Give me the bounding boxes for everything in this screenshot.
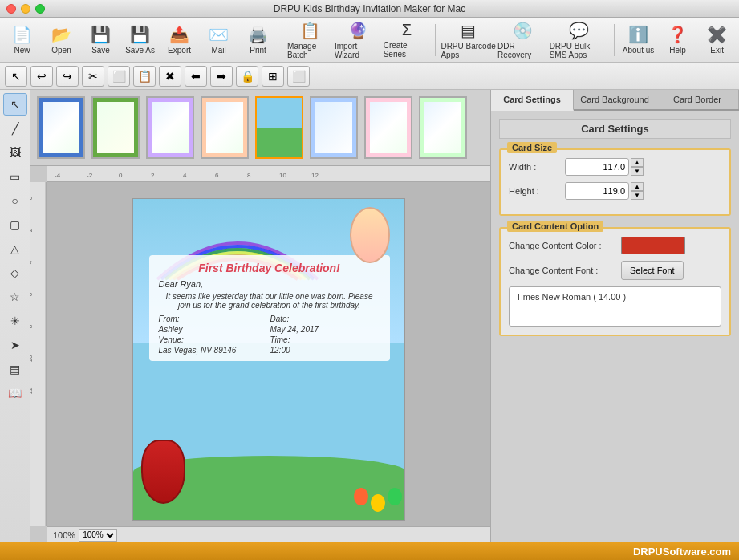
baby-character <box>350 207 390 263</box>
open-button[interactable]: 📂 Open <box>43 20 80 60</box>
template-4[interactable] <box>201 96 249 159</box>
select-tool-button[interactable]: ↖ <box>5 66 27 87</box>
move-front-icon: ➡ <box>217 70 226 83</box>
svg-text:4: 4 <box>30 260 34 264</box>
exit-button[interactable]: ✖️ Exit <box>698 20 736 60</box>
font-display: Times New Roman ( 14.00 ) <box>509 286 721 327</box>
svg-text:-2: -2 <box>87 172 93 179</box>
copy-button[interactable]: ⬜ <box>108 66 130 87</box>
move-back-button[interactable]: ⬅ <box>185 66 207 87</box>
asterisk-tool[interactable]: ✳ <box>3 310 27 332</box>
card-title: First Birthday Celebration! <box>159 262 380 274</box>
circle-tool[interactable]: ○ <box>3 189 27 212</box>
template-3[interactable] <box>146 96 194 159</box>
width-down-arrow[interactable]: ▼ <box>631 167 644 176</box>
tab-card-settings[interactable]: Card Settings <box>491 90 574 111</box>
delete-button[interactable]: ✖ <box>159 66 181 87</box>
width-input[interactable] <box>565 158 629 176</box>
card-preview: First Birthday Celebration! Dear Ryan, I… <box>132 198 405 521</box>
canvas-content[interactable]: First Birthday Celebration! Dear Ryan, I… <box>47 182 490 526</box>
print-button[interactable]: 🖨️ Print <box>239 20 277 60</box>
lock-button[interactable]: 🔒 <box>236 66 258 87</box>
save-button[interactable]: 💾 Save <box>82 20 120 60</box>
diamond-tool[interactable]: ◇ <box>3 262 27 284</box>
mail-label: Mail <box>211 46 225 55</box>
main-area: ↖ ╱ 🖼 ▭ ○ ▢ △ ◇ ☆ ✳ ➤ ▤ 📖 <box>0 90 739 542</box>
cut-button[interactable]: ✂ <box>82 66 104 87</box>
width-up-arrow[interactable]: ▲ <box>631 158 644 167</box>
bulk-sms-label: DRPU Bulk SMS Apps <box>550 42 609 59</box>
right-panel: Card Settings Card Background Card Borde… <box>490 90 739 542</box>
save-as-button[interactable]: 💾 Save As <box>121 20 159 60</box>
tab-card-border[interactable]: Card Border <box>656 90 739 109</box>
arrow-icon: ➤ <box>10 339 20 351</box>
rect-icon: ▭ <box>10 170 20 183</box>
title-bar: DRPU Kids Birthday Invitation Maker for … <box>0 0 739 18</box>
content-color-row: Change Content Color : <box>509 237 721 254</box>
import-wizard-label: Import Wizard <box>335 42 382 59</box>
move-back-icon: ⬅ <box>191 70 201 83</box>
manage-batch-button[interactable]: 📋 Manage Batch <box>287 20 333 60</box>
delete-icon: ✖ <box>165 70 175 83</box>
rounded-rect-icon: ▢ <box>10 218 20 231</box>
triangle-tool[interactable]: △ <box>3 237 27 260</box>
zoom-select[interactable]: 100% 75% 50% 150% 200% <box>79 529 117 542</box>
create-series-label: Create Series <box>384 41 431 59</box>
tab-card-background[interactable]: Card Background <box>574 90 656 109</box>
grid-button[interactable]: ⊞ <box>262 66 284 87</box>
redo-button[interactable]: ↪ <box>56 66 79 87</box>
minimize-button[interactable] <box>21 4 30 14</box>
paste-button[interactable]: 📋 <box>133 66 156 87</box>
pointer-icon: ↖ <box>10 98 20 111</box>
window-title: DRPU Kids Birthday Invitation Maker for … <box>274 3 465 14</box>
ddr-recovery-button[interactable]: 💿 DDR Recovery <box>497 20 548 60</box>
time-value: 12:00 <box>270 346 380 355</box>
triangle-icon: △ <box>10 242 19 255</box>
about-us-button[interactable]: ℹ️ About us <box>619 20 657 60</box>
image-icon: 🖼 <box>10 146 21 159</box>
export-button[interactable]: 📤 Export <box>160 20 198 60</box>
import-wizard-button[interactable]: 🔮 Import Wizard <box>335 20 382 60</box>
height-up-arrow[interactable]: ▲ <box>631 182 644 191</box>
template-strip <box>30 90 490 166</box>
help-button[interactable]: ❓ Help <box>659 20 696 60</box>
create-series-button[interactable]: Σ Create Series <box>384 20 431 60</box>
new-button[interactable]: 📄 New <box>3 20 41 60</box>
maximize-button[interactable] <box>35 4 45 14</box>
pointer-tool[interactable]: ↖ <box>3 93 27 116</box>
manage-batch-label: Manage Batch <box>287 42 333 59</box>
template-1[interactable] <box>37 96 85 159</box>
about-us-icon: ℹ️ <box>628 25 648 44</box>
bulk-sms-button[interactable]: 💬 DRPU Bulk SMS Apps <box>550 20 609 60</box>
undo-button[interactable]: ↩ <box>30 66 53 87</box>
template-7[interactable] <box>364 96 412 159</box>
template-2[interactable] <box>91 96 140 159</box>
select-icon: ↖ <box>11 70 21 83</box>
height-down-arrow[interactable]: ▼ <box>631 191 644 200</box>
height-input[interactable] <box>565 182 629 200</box>
bulk-sms-icon: 💬 <box>569 21 589 40</box>
arrow-tool[interactable]: ➤ <box>3 334 27 356</box>
rect-tool[interactable]: ▭ <box>3 165 27 188</box>
book-tool[interactable]: 📖 <box>3 382 27 404</box>
template-8[interactable] <box>419 96 467 159</box>
grid-icon: ⊞ <box>268 70 278 83</box>
rounded-rect-tool[interactable]: ▢ <box>3 213 27 236</box>
content-color-swatch[interactable] <box>621 237 685 254</box>
star-tool[interactable]: ☆ <box>3 286 27 308</box>
print-label: Print <box>250 46 266 55</box>
move-front-button[interactable]: ➡ <box>210 66 233 87</box>
barcode-apps-button[interactable]: ▤ DRPU Barcode Apps <box>441 20 496 60</box>
template-5[interactable] <box>255 96 303 159</box>
create-series-icon: Σ <box>402 21 412 39</box>
barcode-tool[interactable]: ▤ <box>3 358 27 380</box>
template-6[interactable] <box>310 96 358 159</box>
image-tool[interactable]: 🖼 <box>3 141 27 164</box>
close-button[interactable] <box>6 4 16 14</box>
save-as-icon: 💾 <box>130 25 150 44</box>
svg-text:10: 10 <box>279 172 286 179</box>
fit-button[interactable]: ⬜ <box>287 66 310 87</box>
mail-button[interactable]: ✉️ Mail <box>200 20 238 60</box>
line-tool[interactable]: ╱ <box>3 117 27 140</box>
select-font-button[interactable]: Select Font <box>621 261 684 280</box>
